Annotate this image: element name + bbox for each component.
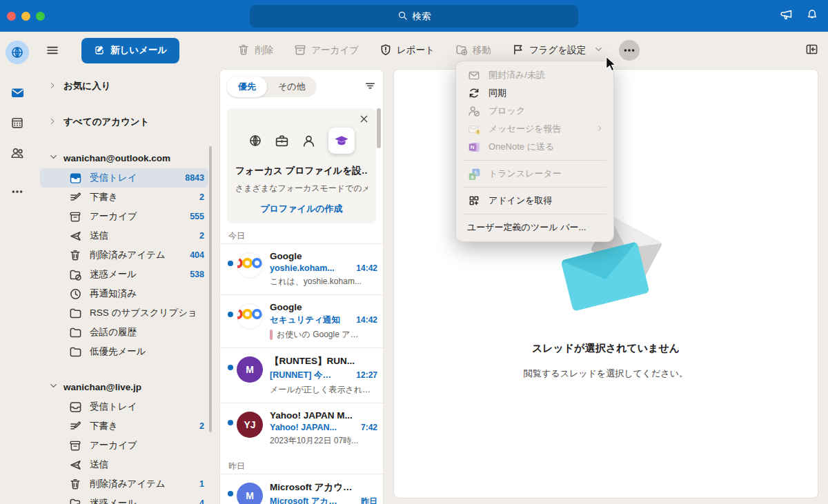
unread-dot (228, 491, 233, 496)
send-icon (69, 230, 82, 243)
menu-item[interactable]: メッセージを報告 (456, 120, 613, 138)
message-sender: Microsoft アカウ… (270, 481, 377, 494)
message-preview: 2023年10月22日 07時... (270, 435, 358, 447)
message-sender: Google (270, 251, 377, 261)
card-subtitle: さまざまなフォーカスモードでのメー… (235, 183, 368, 194)
svg-text:a: a (471, 173, 474, 179)
sidebar-folder-item[interactable]: 受信トレイ 8843 (40, 168, 208, 188)
gradcap-icon[interactable] (328, 128, 355, 154)
list-scrollbar[interactable] (377, 108, 381, 148)
zoom-window-button[interactable] (36, 12, 45, 21)
collapse-pane-icon[interactable] (805, 43, 818, 59)
message-subject: セキュリティ通知 (270, 314, 351, 326)
sidebar-group-header[interactable]: お気に入り (34, 76, 214, 97)
unread-count-badge: 2 (199, 231, 204, 241)
hamburger-menu-icon[interactable] (44, 42, 61, 59)
filter-icon[interactable] (364, 80, 376, 94)
rail-more-icon[interactable] (6, 181, 29, 202)
unread-count-badge: 404 (190, 250, 204, 260)
sidebar-folder-item[interactable]: 削除済みアイテム 1 (40, 474, 208, 494)
sidebar-folder-item[interactable]: 送信 2 (40, 226, 208, 245)
avatar: M (237, 483, 263, 504)
sidebar-folder-item[interactable]: 下書き 2 (40, 188, 208, 207)
trash-icon (69, 478, 82, 490)
menu-item[interactable]: N OneNote に送る (456, 138, 613, 156)
notifications-icon[interactable] (806, 8, 818, 23)
menu-item[interactable]: ブロック (456, 102, 613, 120)
titlebar: 検索 (0, 0, 828, 32)
send-icon (69, 458, 82, 472)
message-list-item[interactable]: Google セキュリティ通知 14:42 お使いの Google ア… (220, 294, 383, 347)
sidebar-folder-item[interactable]: 受信トレイ (40, 397, 208, 416)
minimize-window-button[interactable] (21, 12, 30, 21)
toolbar-action-trash[interactable]: 削除 (237, 43, 273, 58)
new-mail-button[interactable]: 新しいメール (81, 38, 179, 63)
mouse-cursor (604, 57, 618, 72)
menu-item[interactable]: ユーザー定義のツール バー... (456, 219, 613, 236)
message-list-item[interactable]: YJ Yahoo! JAPAN M... Yahoo! JAPAN... 7:4… (220, 403, 383, 454)
account-avatar[interactable] (6, 41, 29, 64)
person-icon[interactable] (302, 134, 316, 148)
menu-item[interactable]: 同期 (456, 84, 613, 102)
unread-dot (228, 312, 233, 317)
menu-divider (463, 214, 607, 214)
close-window-button[interactable] (7, 12, 16, 21)
sidebar-folder-item[interactable]: 削除済みアイテム 404 (40, 245, 208, 265)
sidebar-scrollbar[interactable] (209, 146, 212, 432)
menu-divider (463, 187, 607, 188)
close-icon[interactable] (359, 114, 369, 127)
menu-item[interactable]: あa トランスレーター (456, 165, 613, 183)
toolbar-action-shield[interactable]: レポート (379, 43, 435, 58)
message-list-item[interactable]: Google yoshie.koham... 14:42 これは、yoshie.… (220, 243, 383, 294)
sidebar-folder-item[interactable]: 迷惑メール 538 (40, 265, 208, 284)
inbox-icon (69, 401, 82, 414)
sidebar-folder-item[interactable]: 再通知済み (40, 284, 208, 303)
unread-dot (228, 365, 233, 370)
chevron-down-icon (48, 381, 57, 393)
unread-dot (228, 420, 233, 425)
sidebar-folder-item[interactable]: 迷惑メール 4 (40, 494, 208, 504)
sidebar-folder-item[interactable]: 送信 (40, 455, 208, 474)
empty-state-title: スレッドが選択されていません (532, 342, 680, 355)
chevron-down-icon[interactable] (593, 44, 604, 57)
message-subject: Microsoft アカ… (270, 496, 355, 504)
toolbar-action-flag[interactable]: フラグを設定 (512, 43, 604, 58)
message-list-item[interactable]: M 【RUNTES】RUN... [RUNNET] 今… 12:27 メールが正… (220, 347, 383, 403)
sidebar-folder-item[interactable]: アーカイブ (40, 436, 208, 455)
rail-calendar-icon[interactable] (6, 112, 29, 133)
search-input[interactable]: 検索 (250, 5, 578, 28)
sidebar-folder-item[interactable]: RSS のサブスクリプション (40, 303, 208, 323)
message-list-item[interactable]: M Microsoft アカウ… Microsoft アカ… 昨日 Micros… (220, 474, 383, 504)
menu-item[interactable]: アドインを取得 (456, 192, 613, 210)
toolbar-action-archive[interactable]: アーカイブ (294, 43, 359, 58)
card-title: フォーカス プロファイルを設… (235, 165, 368, 177)
google-avatar (237, 303, 263, 330)
sidebar-folder-item[interactable]: 会話の履歴 (40, 323, 208, 342)
sidebar-folder-item[interactable]: 下書き 2 (40, 416, 208, 436)
more-actions-button[interactable] (619, 40, 640, 61)
announcements-icon[interactable] (780, 8, 793, 24)
globe-icon[interactable] (248, 134, 262, 148)
sidebar-folder-item[interactable]: 低優先メール (40, 342, 208, 361)
rail-people-icon[interactable] (6, 143, 29, 163)
empty-state-subtitle: 閲覧するスレッドを選択してください。 (524, 367, 688, 380)
sidebar-folder-item[interactable]: アーカイブ 555 (40, 207, 208, 226)
message-preview: お使いの Google ア… (277, 329, 359, 341)
archive-icon (69, 210, 82, 223)
menu-item[interactable]: 開封済み/未読 (456, 66, 613, 84)
unread-count-badge: 2 (199, 421, 204, 431)
unread-count-badge: 538 (190, 270, 204, 279)
teal-envelope (561, 241, 650, 311)
tab-focused[interactable]: 優先 (227, 77, 267, 97)
message-preview: これは、yoshie.koham... (270, 276, 362, 288)
sidebar-group-header[interactable]: wanichan@outlook.com (34, 148, 214, 168)
create-profile-link[interactable]: プロファイルの作成 (235, 203, 368, 215)
message-time: 14:42 (356, 315, 377, 325)
briefcase-icon[interactable] (275, 134, 289, 148)
folder-icon (69, 345, 82, 359)
sidebar-group-header[interactable]: すべてのアカウント (34, 112, 214, 132)
tab-other[interactable]: その他 (267, 77, 317, 97)
rail-mail-icon[interactable] (6, 82, 29, 103)
sidebar-group-header[interactable]: wanichan@live.jp (34, 376, 214, 397)
toolbar-action-move[interactable]: 移動 (455, 43, 491, 58)
